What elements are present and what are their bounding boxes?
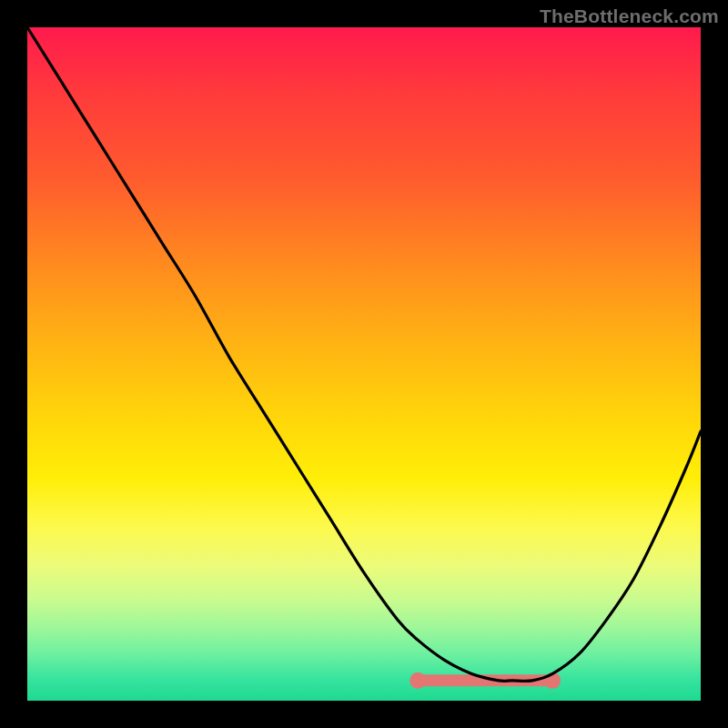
bottleneck-curve xyxy=(27,27,701,681)
plot-area xyxy=(27,27,701,701)
watermark-text: TheBottleneck.com xyxy=(540,5,719,27)
chart-svg xyxy=(27,27,701,701)
svg-point-5 xyxy=(410,672,426,689)
chart-canvas: TheBottleneck.com xyxy=(0,0,728,728)
